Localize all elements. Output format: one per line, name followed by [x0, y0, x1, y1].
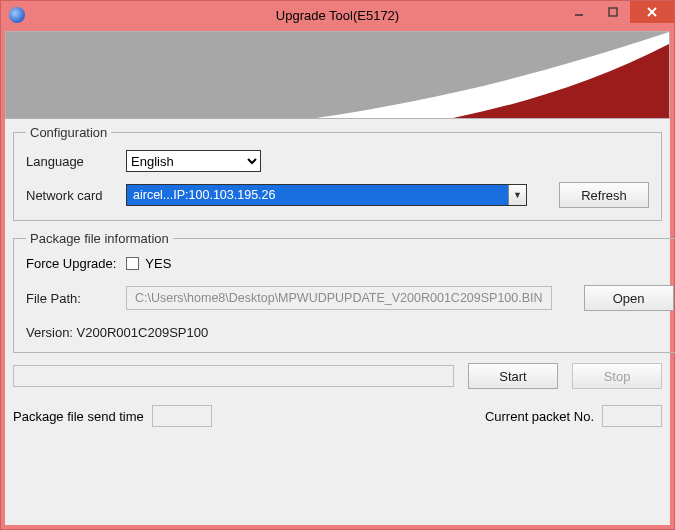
- send-time-value: [152, 405, 212, 427]
- network-card-value: aircel...IP:100.103.195.26: [127, 185, 508, 205]
- minimize-button[interactable]: [562, 1, 596, 23]
- force-upgrade-checkbox[interactable]: [126, 257, 139, 270]
- package-info-group: Package file information Force Upgrade: …: [13, 231, 675, 353]
- titlebar: Upgrade Tool(E5172): [1, 1, 674, 29]
- start-button[interactable]: Start: [468, 363, 558, 389]
- action-row: Start Stop: [13, 363, 662, 389]
- language-select[interactable]: English: [126, 150, 261, 172]
- packet-no-label: Current packet No.: [485, 409, 594, 424]
- file-path-field: C:\Users\home8\Desktop\MPWUDPUPDATE_V200…: [126, 286, 552, 310]
- package-info-legend: Package file information: [26, 231, 173, 246]
- version-value: V200R001C209SP100: [77, 325, 209, 340]
- app-window: Upgrade Tool(E5172) Configuration Langua…: [0, 0, 675, 530]
- maximize-button[interactable]: [596, 1, 630, 23]
- stats-row: Package file send time Current packet No…: [13, 405, 662, 427]
- window-controls: [562, 1, 674, 23]
- progress-bar: [13, 365, 454, 387]
- app-icon: [9, 7, 25, 23]
- window-title: Upgrade Tool(E5172): [276, 8, 399, 23]
- version-label: Version:: [26, 325, 73, 340]
- send-time-label: Package file send time: [13, 409, 144, 424]
- refresh-button[interactable]: Refresh: [559, 182, 649, 208]
- force-upgrade-yes: YES: [145, 256, 171, 271]
- configuration-legend: Configuration: [26, 125, 111, 140]
- maximize-icon: [608, 7, 618, 17]
- header-banner: [5, 31, 670, 119]
- stop-button[interactable]: Stop: [572, 363, 662, 389]
- svg-rect-1: [609, 8, 617, 16]
- open-button[interactable]: Open: [584, 285, 674, 311]
- file-path-label: File Path:: [26, 291, 116, 306]
- close-icon: [646, 6, 658, 18]
- force-upgrade-label: Force Upgrade:: [26, 256, 116, 271]
- network-card-label: Network card: [26, 188, 116, 203]
- packet-no-value: [602, 405, 662, 427]
- network-card-select[interactable]: aircel...IP:100.103.195.26 ▼: [126, 184, 527, 206]
- client-area: Configuration Language English Network c…: [5, 119, 670, 525]
- configuration-group: Configuration Language English Network c…: [13, 125, 662, 221]
- minimize-icon: [574, 7, 584, 17]
- close-button[interactable]: [630, 1, 674, 23]
- version-row: Version: V200R001C209SP100: [26, 325, 674, 340]
- chevron-down-icon: ▼: [508, 185, 526, 205]
- language-label: Language: [26, 154, 116, 169]
